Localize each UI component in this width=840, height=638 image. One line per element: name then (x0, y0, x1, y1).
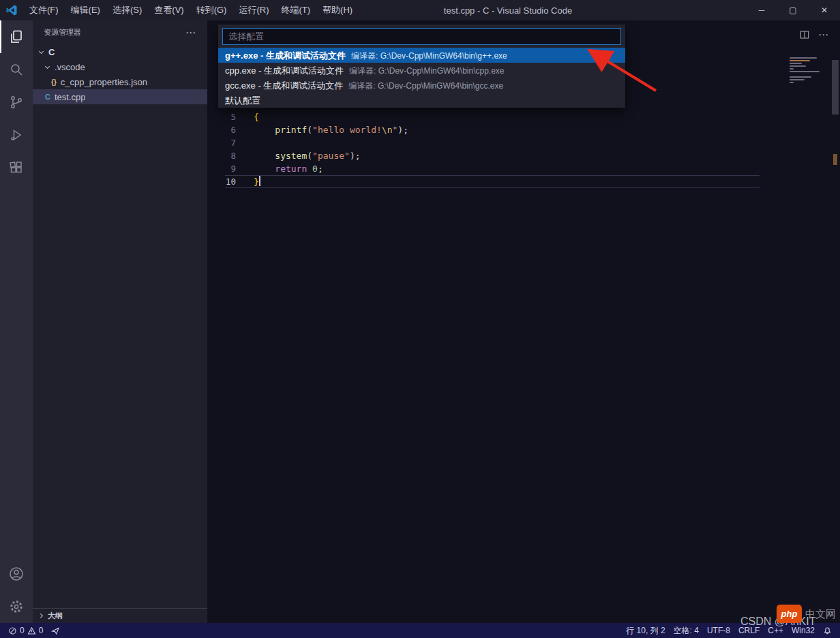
tree-item-test.cpp[interactable]: Ctest.cpp (33, 89, 207, 104)
vscode-logo-icon (0, 4, 23, 16)
cpp-file-icon: C (45, 93, 50, 101)
quickpick-item-label: cpp.exe - 生成和调试活动文件 (225, 65, 344, 76)
run-debug-icon[interactable] (0, 119, 33, 151)
eol-sequence[interactable]: CRLF (734, 623, 764, 638)
window-title: test.cpp - C - Visual Studio Code (444, 5, 572, 16)
maximize-button[interactable]: ▢ (777, 0, 809, 20)
menu-terminal[interactable]: 终端(T) (275, 0, 316, 20)
explorer-icon[interactable] (0, 20, 33, 53)
minimap-line (790, 76, 811, 78)
menu-selection[interactable]: 选择(S) (106, 0, 148, 20)
line-number: 9 (207, 162, 236, 175)
quickpick-item-label: gcc.exe - 生成和调试活动文件 (225, 80, 343, 91)
sidebar-header: 资源管理器 ⋯ (33, 20, 207, 44)
split-editor-icon[interactable] (799, 29, 810, 40)
platform-config[interactable]: Win32 (787, 623, 819, 638)
source-control-icon[interactable] (0, 86, 33, 119)
line-number: 6 (207, 123, 236, 136)
line-number: 8 (207, 149, 236, 162)
explorer-more-actions-icon[interactable]: ⋯ (185, 27, 196, 39)
status-bar: 0 0 行 10, 列 2 空格: 4 UTF-8 CRLF C++ Win32 (0, 623, 840, 638)
warning-count: 0 (39, 626, 44, 635)
title-bar: 文件(F)编辑(E)选择(S)查看(V)转到(G)运行(R)终端(T)帮助(H)… (0, 0, 840, 20)
code-line-9: 9 return 0; (207, 162, 408, 175)
quickpick-item-2[interactable]: gcc.exe - 生成和调试活动文件编译器: G:\Dev-Cpp\MinGW… (218, 78, 625, 93)
warning-icon (27, 626, 36, 635)
quickpick-list: g++.exe - 生成和调试活动文件编译器: G:\Dev-Cpp\MinGW… (218, 48, 625, 108)
line-number: 5 (207, 110, 236, 123)
tree-item-label: C (48, 47, 55, 57)
quickpick-item-detail: 编译器: G:\Dev-Cpp\MinGW64\bin\gcc.exe (348, 81, 503, 91)
line-text: system("pause"); (236, 149, 361, 162)
editor-scrollbar[interactable] (830, 20, 840, 623)
scrollbar-decoration (833, 154, 837, 165)
minimize-button[interactable]: ─ (746, 0, 777, 20)
tree-item-C[interactable]: C (33, 44, 207, 59)
explorer-title: 资源管理器 (44, 27, 81, 37)
extensions-icon[interactable] (0, 151, 33, 184)
close-button[interactable]: ✕ (809, 0, 840, 20)
line-number: 7 (207, 136, 236, 149)
notifications-bell[interactable] (819, 623, 836, 638)
code-line-6: 6 printf("hello world!\n"); (207, 123, 408, 136)
minimap-line (790, 63, 802, 64)
minimap[interactable] (790, 57, 829, 85)
line-text: } (236, 175, 260, 188)
chevron-down-icon (39, 48, 44, 53)
json-file-icon: {} (51, 78, 57, 86)
encoding[interactable]: UTF-8 (703, 623, 734, 638)
code-line-10: 10} (207, 175, 408, 188)
editor-actions: ⋯ (799, 29, 829, 41)
menu-run[interactable]: 运行(R) (232, 0, 275, 20)
outline-section[interactable]: 大纲 (33, 608, 207, 623)
menu-view[interactable]: 查看(V) (148, 0, 190, 20)
menu-goto[interactable]: 转到(G) (190, 0, 233, 20)
tree-item-label: .vscode (55, 62, 85, 72)
editor[interactable]: ⋯ 5{6 printf("hello world!\n");78 system… (207, 20, 840, 623)
error-icon (8, 626, 17, 635)
minimap-line (790, 68, 794, 70)
window-controls: ─ ▢ ✕ (746, 0, 840, 20)
statusbar-right: 行 10, 列 2 空格: 4 UTF-8 CRLF C++ Win32 (622, 623, 836, 638)
line-text: { (236, 110, 259, 123)
cursor-position[interactable]: 行 10, 列 2 (622, 623, 669, 638)
vscode-window: 文件(F)编辑(E)选择(S)查看(V)转到(G)运行(R)终端(T)帮助(H)… (0, 0, 840, 638)
tree-item-c_cpp_properties.json[interactable]: {}c_cpp_properties.json (33, 74, 207, 89)
sidebar: 资源管理器 ⋯ C.vscode{}c_cpp_properties.jsonC… (33, 20, 207, 623)
minimap-line (790, 60, 810, 61)
minimap-line (790, 65, 806, 67)
file-tree: C.vscode{}c_cpp_properties.jsonCtest.cpp (33, 44, 207, 104)
quickpick-item-0[interactable]: g++.exe - 生成和调试活动文件编译器: G:\Dev-Cpp\MinGW… (218, 48, 625, 63)
bell-icon (823, 626, 832, 635)
chevron-down-icon (45, 63, 50, 68)
outline-label: 大纲 (48, 611, 63, 621)
quickpick-item-1[interactable]: cpp.exe - 生成和调试活动文件编译器: G:\Dev-Cpp\MinGW… (218, 63, 625, 78)
accounts-icon[interactable] (0, 558, 33, 590)
chevron-right-icon (38, 613, 43, 618)
language-mode[interactable]: C++ (764, 623, 787, 638)
quickpick-input[interactable] (222, 28, 621, 45)
tree-item-.vscode[interactable]: .vscode (33, 59, 207, 74)
search-icon[interactable] (0, 53, 33, 86)
editor-more-actions-icon[interactable]: ⋯ (818, 29, 829, 41)
minimap-line (790, 57, 817, 59)
line-text: printf("hello world!\n"); (236, 123, 408, 136)
settings-gear-icon[interactable] (0, 590, 33, 623)
feedback-icon (51, 626, 60, 635)
quickpick-item-label: 默认配置 (225, 95, 260, 106)
menu-bar: 文件(F)编辑(E)选择(S)查看(V)转到(G)运行(R)终端(T)帮助(H) (23, 0, 359, 20)
feedback-indicator[interactable] (47, 623, 64, 638)
quickpick-item-detail: 编译器: G:\Dev-Cpp\MinGW64\bin\cpp.exe (349, 66, 504, 76)
menu-help[interactable]: 帮助(H) (316, 0, 359, 20)
main-area: 资源管理器 ⋯ C.vscode{}c_cpp_properties.jsonC… (0, 20, 840, 623)
code-area: 5{6 printf("hello world!\n");78 system("… (207, 110, 408, 188)
scrollbar-thumb[interactable] (832, 60, 839, 115)
quickpick-item-3[interactable]: 默认配置 (218, 93, 625, 108)
indentation[interactable]: 空格: 4 (670, 623, 703, 638)
current-line-highlight (225, 175, 760, 188)
minimap-line (790, 79, 805, 80)
problems-indicator[interactable]: 0 0 (4, 623, 47, 638)
menu-file[interactable]: 文件(F) (23, 0, 65, 20)
quickpick-item-label: g++.exe - 生成和调试活动文件 (225, 50, 346, 61)
menu-edit[interactable]: 编辑(E) (65, 0, 106, 20)
